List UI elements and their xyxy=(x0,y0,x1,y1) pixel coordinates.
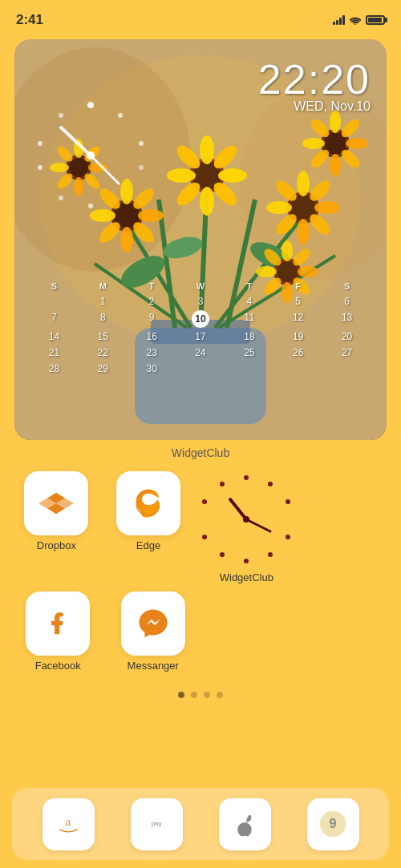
app-item-messenger[interactable]: Messanger xyxy=(110,591,197,672)
svg-point-71 xyxy=(256,266,277,277)
svg-text:pay: pay xyxy=(152,820,162,827)
dropbox-label: Dropbox xyxy=(37,539,76,551)
svg-point-81 xyxy=(88,204,93,208)
svg-point-89 xyxy=(244,475,249,480)
status-icons xyxy=(333,15,385,25)
svg-point-93 xyxy=(268,552,273,557)
svg-point-72 xyxy=(298,266,318,277)
dropbox-icon[interactable] xyxy=(24,471,88,535)
svg-point-69 xyxy=(282,240,293,261)
svg-point-83 xyxy=(38,165,43,170)
svg-point-98 xyxy=(220,482,225,486)
battery-icon xyxy=(366,15,385,25)
lock-screen-widget: 22:20 WED, Nov.10 S M T W T F S xyxy=(14,39,387,440)
svg-point-49 xyxy=(330,111,341,133)
dot-1 xyxy=(178,692,184,698)
calendar-widget: S M T W T F S 1 2 3 4 5 6 7 8 9 10 11 12… xyxy=(14,281,387,376)
edge-icon[interactable] xyxy=(116,471,180,535)
signal-icon xyxy=(333,15,345,25)
edge-label: Edge xyxy=(136,539,160,551)
dot-3 xyxy=(204,692,210,698)
wifi-icon xyxy=(349,15,362,25)
app-grid: Dropbox Edge xyxy=(0,463,401,591)
svg-point-19 xyxy=(200,135,214,164)
svg-text:9: 9 xyxy=(329,816,336,830)
svg-point-40 xyxy=(297,219,310,244)
svg-point-94 xyxy=(244,559,249,563)
clock-widget-container[interactable]: WidgetClub xyxy=(198,471,294,583)
svg-line-86 xyxy=(61,127,91,155)
svg-point-82 xyxy=(59,196,63,200)
widget-club-label: WidgetClub xyxy=(0,446,401,459)
app-item-edge[interactable]: Edge xyxy=(107,471,191,583)
svg-point-80 xyxy=(139,165,144,170)
calendar-grid: 1 2 3 4 5 6 7 8 9 10 11 12 13 14 15 16 1… xyxy=(30,294,371,376)
svg-point-97 xyxy=(202,499,207,504)
svg-point-92 xyxy=(286,535,290,539)
svg-line-100 xyxy=(246,519,270,531)
calendar-today: 10 xyxy=(192,310,209,328)
analog-clock-overlay xyxy=(30,95,151,216)
svg-point-85 xyxy=(59,113,63,118)
status-time: 2:41 xyxy=(16,12,43,28)
svg-point-30 xyxy=(120,227,133,252)
svg-point-50 xyxy=(330,154,341,176)
cal-header-f: F xyxy=(274,281,322,291)
svg-point-42 xyxy=(314,201,340,214)
svg-point-21 xyxy=(167,168,196,183)
cal-header-s1: S xyxy=(30,281,78,291)
svg-point-79 xyxy=(139,141,144,146)
svg-point-101 xyxy=(243,516,249,523)
page-dots xyxy=(0,692,401,698)
svg-point-77 xyxy=(87,102,94,108)
digital-clock: 22:20 WED, Nov.10 xyxy=(258,55,371,114)
clock-time: 22:20 xyxy=(258,55,371,103)
messenger-icon[interactable] xyxy=(121,591,185,656)
svg-text:a: a xyxy=(66,815,71,828)
cal-header-m: M xyxy=(79,281,127,291)
app-item-dropbox[interactable]: Dropbox xyxy=(14,471,99,583)
svg-point-91 xyxy=(286,499,290,504)
facebook-label: Facebook xyxy=(35,660,81,672)
svg-point-96 xyxy=(202,535,207,539)
svg-point-20 xyxy=(200,187,214,216)
svg-point-88 xyxy=(87,151,95,159)
clock-widget-label: WidgetClub xyxy=(220,571,273,583)
cal-header-s2: S xyxy=(323,281,371,291)
svg-point-52 xyxy=(346,138,368,149)
svg-point-84 xyxy=(38,141,43,146)
empty-cell-2 xyxy=(300,591,387,672)
cal-header-w: W xyxy=(177,281,225,291)
dock-nine[interactable]: 9 xyxy=(307,798,359,850)
calendar-header: S M T W T F S xyxy=(30,281,371,291)
svg-line-87 xyxy=(91,155,119,184)
facebook-icon[interactable] xyxy=(26,591,90,656)
dock-pay[interactable]: pay xyxy=(131,798,183,850)
cal-header-t2: T xyxy=(225,281,273,291)
empty-cell-1 xyxy=(205,591,292,672)
app-grid-row2: Facebook Messanger xyxy=(0,591,401,680)
svg-point-90 xyxy=(268,482,273,486)
svg-line-99 xyxy=(230,499,246,519)
svg-point-39 xyxy=(297,171,310,196)
dot-4 xyxy=(217,692,223,698)
svg-point-78 xyxy=(118,113,123,118)
dock-amazon[interactable]: a xyxy=(43,798,95,850)
dock: a pay 9 xyxy=(12,788,389,860)
svg-point-41 xyxy=(266,201,292,214)
dock-apple[interactable] xyxy=(219,798,271,850)
cal-header-t1: T xyxy=(128,281,176,291)
messenger-label: Messanger xyxy=(128,660,179,672)
svg-point-95 xyxy=(220,552,225,557)
analog-clock-widget xyxy=(198,471,294,567)
app-item-facebook[interactable]: Facebook xyxy=(14,591,102,672)
dot-2 xyxy=(191,692,197,698)
svg-point-0 xyxy=(354,24,356,25)
svg-point-22 xyxy=(218,168,247,183)
svg-point-51 xyxy=(302,138,325,149)
status-bar: 2:41 xyxy=(0,0,401,35)
